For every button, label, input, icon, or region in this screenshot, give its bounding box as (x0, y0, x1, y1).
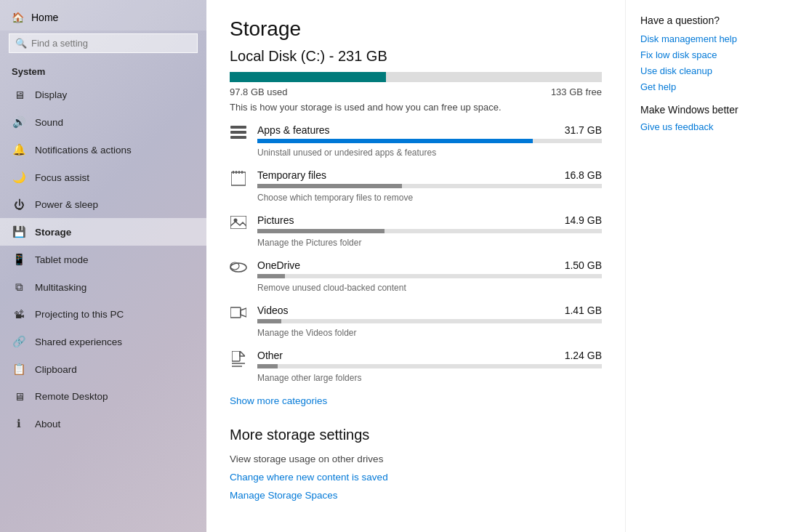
sidebar-item-label: Clipboard (35, 364, 77, 375)
change-content-link[interactable]: Change where new content is saved (230, 472, 602, 483)
sidebar-item-storage[interactable]: 💾 Storage (0, 218, 206, 246)
sidebar-item-label: Multitasking (35, 282, 86, 293)
onedrive-size: 1.50 GB (565, 259, 602, 271)
power-icon: ⏻ (12, 198, 26, 211)
sidebar-item-tablet[interactable]: 📱 Tablet mode (0, 246, 206, 273)
temp-bar (257, 184, 602, 188)
fix-disk-link[interactable]: Fix low disk space (640, 49, 770, 60)
onedrive-bar (257, 274, 602, 278)
projecting-icon: 📽 (12, 308, 26, 321)
temp-desc: Choose which temporary files to remove (257, 193, 413, 203)
right-panel: Have a question? Disk management help Fi… (625, 0, 785, 532)
category-onedrive[interactable]: OneDrive 1.50 GB Remove unused cloud-bac… (230, 259, 602, 293)
shared-icon: 🔗 (12, 335, 26, 348)
remote-icon: 🖥 (12, 390, 26, 403)
apps-size: 31.7 GB (565, 124, 602, 136)
home-icon: 🏠 (12, 12, 24, 23)
sidebar-item-label: About (35, 419, 60, 430)
clipboard-icon: 📋 (12, 363, 26, 376)
apps-bar (257, 139, 602, 143)
pictures-desc: Manage the Pictures folder (257, 238, 361, 248)
category-temp[interactable]: Temporary files 16.8 GB Choose which tem… (230, 169, 602, 203)
svg-rect-8 (230, 216, 246, 229)
about-icon: ℹ (12, 417, 26, 430)
svg-rect-2 (230, 136, 246, 139)
apps-desc: Uninstall unused or undesired apps & fea… (257, 148, 436, 158)
manage-spaces-link[interactable]: Manage Storage Spaces (230, 490, 602, 501)
used-label: 97.8 GB used (230, 86, 288, 97)
make-better-label: Make Windows better (640, 104, 770, 116)
other-icon (230, 351, 247, 370)
apps-name: Apps & features (257, 124, 330, 136)
sidebar-home[interactable]: 🏠 Home (0, 0, 206, 31)
disk-title: Local Disk (C:) - 231 GB (230, 48, 602, 65)
category-other[interactable]: Other 1.24 GB Manage other large folders (230, 350, 602, 383)
sidebar-section-label: System (0, 60, 206, 81)
storage-description: This is how your storage is used and how… (230, 102, 602, 113)
onedrive-desc: Remove unused cloud-backed content (257, 283, 406, 293)
storage-bar-fill (230, 72, 386, 82)
category-pictures[interactable]: Pictures 14.9 GB Manage the Pictures fol… (230, 214, 602, 248)
free-label: 133 GB free (551, 86, 602, 97)
sidebar-home-label: Home (31, 12, 58, 23)
videos-bar (257, 319, 602, 323)
main-content: Storage Local Disk (C:) - 231 GB 97.8 GB… (206, 0, 625, 532)
sidebar-item-shared[interactable]: 🔗 Shared experiences (0, 328, 206, 355)
svg-rect-1 (230, 131, 246, 134)
view-usage-label: View storage usage on other drives (230, 454, 602, 464)
search-input[interactable] (31, 38, 191, 49)
sidebar-item-label: Display (35, 89, 67, 100)
pictures-icon (230, 216, 247, 232)
sidebar: 🏠 Home 🔍 System 🖥 Display 🔊 Sound 🔔 Noti… (0, 0, 206, 532)
videos-icon (230, 306, 247, 322)
category-apps[interactable]: Apps & features 31.7 GB Uninstall unused… (230, 124, 602, 158)
focus-icon: 🌙 (12, 171, 26, 184)
sidebar-item-projecting[interactable]: 📽 Projecting to this PC (0, 301, 206, 328)
sidebar-item-clipboard[interactable]: 📋 Clipboard (0, 355, 206, 383)
notifications-icon: 🔔 (12, 143, 26, 156)
display-icon: 🖥 (12, 89, 26, 101)
sidebar-item-power[interactable]: ⏻ Power & sleep (0, 191, 206, 218)
sidebar-item-multitasking[interactable]: ⧉ Multitasking (0, 273, 206, 301)
right-panel-question: Have a question? (640, 15, 770, 26)
tablet-icon: 📱 (12, 253, 26, 266)
sidebar-item-sound[interactable]: 🔊 Sound (0, 108, 206, 136)
temp-size: 16.8 GB (565, 169, 602, 181)
multitasking-icon: ⧉ (12, 281, 26, 294)
onedrive-icon (230, 261, 247, 275)
sidebar-item-focus[interactable]: 🌙 Focus assist (0, 164, 206, 191)
apps-icon (230, 126, 247, 142)
videos-name: Videos (257, 305, 289, 316)
more-storage-title: More storage settings (230, 427, 602, 443)
other-bar (257, 364, 602, 368)
disk-management-link[interactable]: Disk management help (640, 33, 770, 44)
sidebar-item-display[interactable]: 🖥 Display (0, 81, 206, 108)
sidebar-item-label: Shared experiences (35, 336, 122, 347)
sidebar-search-box[interactable]: 🔍 (9, 33, 198, 53)
sound-icon: 🔊 (12, 116, 26, 129)
temp-name: Temporary files (257, 169, 326, 181)
pictures-size: 14.9 GB (565, 214, 602, 226)
svg-marker-13 (241, 308, 246, 317)
sidebar-item-label: Projecting to this PC (35, 309, 124, 320)
use-cleanup-link[interactable]: Use disk cleanup (640, 65, 770, 76)
sidebar-item-about[interactable]: ℹ About (0, 410, 206, 438)
onedrive-name: OneDrive (257, 259, 300, 271)
sidebar-item-remote[interactable]: 🖥 Remote Desktop (0, 383, 206, 410)
svg-rect-14 (232, 351, 240, 361)
pictures-name: Pictures (257, 214, 294, 226)
sidebar-item-notifications[interactable]: 🔔 Notifications & actions (0, 136, 206, 164)
svg-rect-12 (230, 307, 241, 318)
svg-rect-0 (230, 126, 246, 129)
get-help-link[interactable]: Get help (640, 81, 770, 92)
category-videos[interactable]: Videos 1.41 GB Manage the Videos folder (230, 305, 602, 338)
feedback-link[interactable]: Give us feedback (640, 121, 770, 132)
other-size: 1.24 GB (565, 350, 602, 361)
svg-rect-3 (231, 172, 246, 185)
sidebar-item-label: Focus assist (35, 172, 89, 183)
other-desc: Manage other large folders (257, 373, 361, 383)
sidebar-item-label: Tablet mode (35, 254, 89, 265)
show-more-link[interactable]: Show more categories (230, 395, 327, 406)
sidebar-item-label: Sound (35, 117, 63, 128)
sidebar-item-label: Notifications & actions (35, 145, 132, 156)
